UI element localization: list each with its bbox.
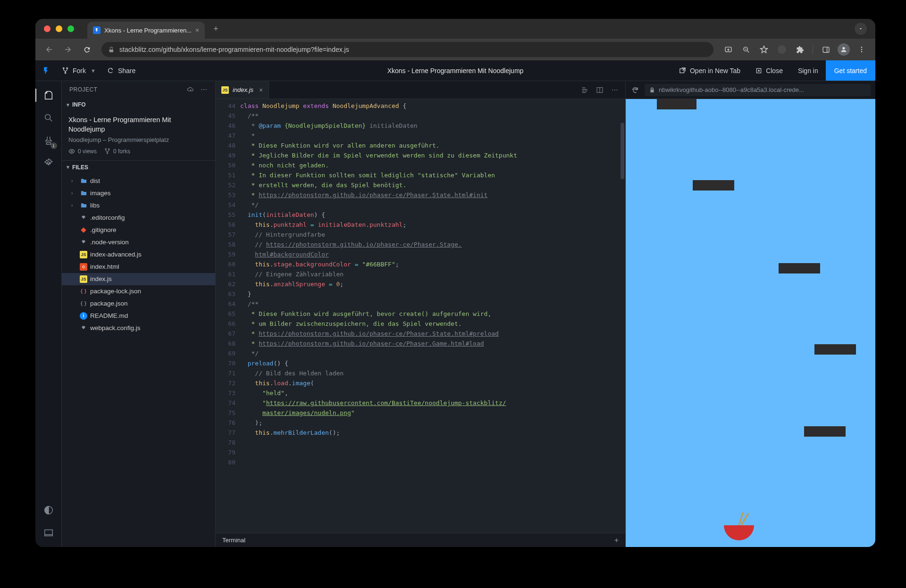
new-tab-button[interactable]: + [210, 22, 222, 36]
files-section-header[interactable]: ▼FILES [62, 161, 215, 174]
close-editor-tab-icon[interactable]: × [259, 86, 263, 94]
sign-in-button[interactable]: Sign in [790, 60, 826, 81]
tabs-dropdown-icon[interactable] [855, 23, 867, 35]
code-editor[interactable]: class Noodlejump extends NoodlejumpAdvan… [240, 99, 625, 533]
sidebar-header: PROJECT [62, 81, 215, 98]
split-editor-icon[interactable] [596, 86, 604, 94]
tree-file-readme[interactable]: iREADME.md [62, 310, 215, 322]
tree-file-gitignore[interactable]: .gitignore [62, 224, 215, 236]
reload-button[interactable] [79, 41, 95, 58]
cog-icon [80, 239, 87, 246]
svg-point-33 [612, 90, 613, 91]
add-terminal-icon[interactable]: + [614, 536, 619, 545]
editor-more-icon[interactable] [611, 86, 619, 94]
share-button[interactable]: Share [101, 60, 141, 81]
more-icon[interactable] [200, 86, 208, 93]
get-started-button[interactable]: Get started [826, 60, 875, 81]
js-icon: JS [221, 86, 229, 94]
window-minimize-macos[interactable] [56, 25, 62, 32]
activity-theme[interactable] [38, 500, 59, 521]
svg-point-18 [203, 89, 204, 90]
tree-file-pkg[interactable]: package.json [62, 298, 215, 310]
profile-icon[interactable] [836, 41, 852, 58]
forks-stat: 0 forks [104, 148, 130, 155]
tree-file-pkglock[interactable]: package-lock.json [62, 285, 215, 298]
project-name: Xkons - Lerne Programmieren Mit Noodleju… [68, 115, 209, 134]
share-icon [107, 67, 114, 74]
menu-icon[interactable] [854, 41, 870, 58]
tree-file-indexjs[interactable]: JSindex.js [62, 273, 215, 285]
share-label: Share [118, 67, 135, 75]
preview-reload-icon[interactable] [630, 85, 640, 95]
views-stat: 0 views [68, 148, 97, 155]
stackblitz-logo-icon[interactable] [35, 60, 56, 81]
favicon-icon [93, 26, 101, 34]
folder-icon [80, 202, 87, 209]
sign-in-label: Sign in [798, 67, 818, 75]
tab-title: Xkons - Lerne Programmieren... [104, 27, 192, 34]
window-maximize-macos[interactable] [67, 25, 74, 32]
install-app-icon[interactable] [720, 41, 736, 58]
editor-scrollbar[interactable] [620, 99, 625, 533]
close-preview-button[interactable]: Close [748, 60, 790, 81]
tree-file-indexadv[interactable]: JSindex-advanced.js [62, 248, 215, 261]
cloud-icon[interactable] [187, 86, 194, 93]
preview-url-bar[interactable]: nbwikrkvogithub-aobo--8080--a9c8a5a3.loc… [645, 84, 871, 96]
extensions-icon[interactable] [792, 41, 808, 58]
tree-file-indexhtml[interactable]: ◇index.html [62, 261, 215, 273]
window-close-macos[interactable] [44, 25, 50, 32]
activity-search[interactable] [38, 108, 59, 128]
svg-point-34 [614, 90, 615, 91]
tree-folder-images[interactable]: ›images [62, 187, 215, 199]
preview-url-text: nbwikrkvogithub-aobo--8080--a9c8a5a3.loc… [659, 86, 804, 93]
close-tab-icon[interactable]: × [195, 26, 199, 34]
svg-rect-3 [823, 47, 829, 52]
editor-tab-indexjs[interactable]: JS index.js × [216, 81, 269, 99]
svg-point-17 [201, 89, 202, 90]
svg-point-9 [67, 67, 68, 69]
terminal-panel-header[interactable]: Terminal + [216, 533, 625, 547]
activity-settings[interactable] [38, 153, 59, 174]
activity-explorer[interactable] [38, 85, 59, 106]
tree-file-editorconfig[interactable]: .editorconfig [62, 212, 215, 224]
tree-folder-dist[interactable]: ›dist [62, 175, 215, 187]
activity-ports[interactable]: 1 [38, 130, 59, 151]
sidepanel-icon[interactable] [818, 41, 834, 58]
info-section-header[interactable]: ▼INFO [62, 98, 215, 111]
browser-tab[interactable]: Xkons - Lerne Programmieren... × [87, 22, 205, 39]
svg-rect-31 [582, 92, 586, 92]
prettier-icon[interactable] [581, 86, 588, 94]
nav-back-button[interactable] [41, 41, 57, 58]
fork-button[interactable]: Fork ▼ [56, 60, 101, 81]
get-started-label: Get started [834, 67, 867, 75]
site-settings-icon[interactable] [108, 46, 115, 53]
svg-rect-29 [582, 91, 585, 91]
chevron-down-icon: ▼ [91, 68, 96, 74]
game-platform [814, 344, 856, 355]
svg-point-10 [65, 72, 66, 74]
files-label: FILES [72, 164, 88, 171]
activity-layout[interactable] [38, 522, 59, 543]
svg-rect-30 [585, 91, 587, 91]
js-icon: JS [80, 275, 87, 283]
open-new-tab-label: Open in New Tab [690, 67, 740, 75]
line-gutter: 4445464748495051525354555657585960616263… [216, 99, 240, 533]
address-bar[interactable]: stackblitz.com/github/xkons/lerne-progra… [101, 42, 713, 57]
bookmark-icon[interactable] [756, 41, 772, 58]
open-new-tab-button[interactable]: Open in New Tab [671, 60, 748, 81]
preview-canvas[interactable] [626, 99, 875, 547]
toolbar-divider [813, 45, 813, 54]
fork-icon [62, 67, 69, 74]
terminal-label: Terminal [222, 537, 245, 544]
js-icon: JS [80, 251, 87, 258]
zoom-icon[interactable] [738, 41, 754, 58]
svg-rect-27 [582, 87, 586, 88]
tree-folder-libs[interactable]: ›libs [62, 199, 215, 212]
tree-file-webpack[interactable]: webpack.config.js [62, 322, 215, 334]
fork-label: Fork [73, 67, 86, 75]
tree-file-nodeversion[interactable]: .node-version [62, 236, 215, 248]
editor-tab-label: index.js [233, 86, 253, 93]
extension-icon[interactable] [774, 41, 790, 58]
project-label: PROJECT [69, 86, 98, 93]
info-label: INFO [72, 101, 86, 108]
